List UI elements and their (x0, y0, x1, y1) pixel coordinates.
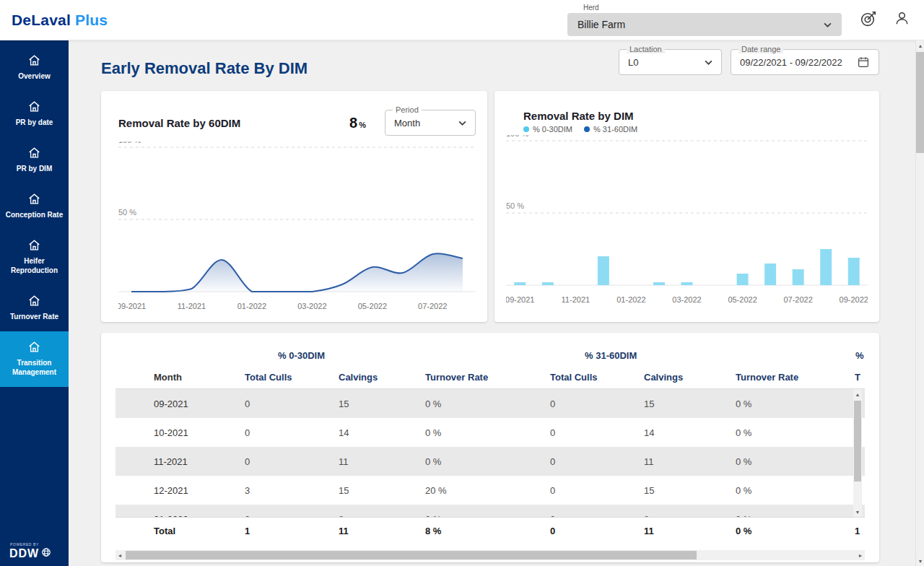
table-cell: 1 (843, 526, 865, 536)
scroll-left-arrow[interactable]: ◄ (116, 550, 124, 560)
column-header: Turnover Rate (414, 372, 539, 383)
page-head: Early Removal Rate By DIM Lactation L0 D… (101, 40, 879, 91)
table-cell: 15 (632, 485, 724, 496)
legend-item--31-60dim: % 31-60DIM (584, 125, 637, 134)
column-header: Turnover Rate (724, 372, 843, 383)
chevron-down-icon (458, 121, 466, 126)
herd-label: Herd (583, 4, 842, 12)
scrollbar-track[interactable] (916, 51, 924, 556)
herd-value: Billie Farm (578, 19, 818, 30)
svg-text:07-2022: 07-2022 (418, 302, 447, 310)
table-cell: 0 (539, 399, 632, 409)
period-value: Month (394, 118, 453, 129)
svg-text:11-2021: 11-2021 (178, 302, 206, 310)
lactation-select[interactable]: Lactation L0 (619, 49, 722, 75)
table-cell: 0 (233, 399, 327, 409)
removal-rate-table: % 0-30DIM% 31-60DIM%MonthTotal CullsCalv… (116, 344, 865, 544)
line-chart-title: Removal Rate by 60DIM (118, 117, 349, 129)
table-cell: 0 % (414, 514, 539, 518)
sidebar: OverviewPR by datePR by DIMConception Ra… (0, 40, 69, 566)
legend-dot-icon (584, 126, 590, 132)
period-select[interactable]: Period Month (385, 110, 476, 136)
powered-by-label: POWERED BY (0, 542, 69, 547)
logo-secondary: Plus (75, 12, 108, 28)
logo-primary: DeLaval (12, 12, 71, 28)
table-row: 11-20210110 %0110 % (116, 447, 865, 476)
scroll-down-arrow[interactable]: ▼ (916, 556, 924, 566)
sidebar-item-label: PR by date (16, 118, 53, 127)
home-icon (27, 192, 41, 206)
calendar-icon (857, 56, 870, 69)
svg-text:01-2022: 01-2022 (237, 302, 266, 310)
svg-text:03-2022: 03-2022 (672, 295, 701, 304)
column-header: T (843, 372, 865, 383)
sidebar-item-overview[interactable]: Overview (0, 45, 69, 91)
svg-text:09-2022: 09-2022 (840, 295, 868, 304)
sidebar-item-conception-rate[interactable]: Conception Rate (0, 183, 69, 230)
table-cell: 0 (233, 514, 327, 518)
table-cell: 14 (327, 427, 414, 438)
lactation-value: L0 (628, 57, 699, 68)
lactation-label: Lactation (627, 45, 665, 53)
date-range-label: Date range (738, 45, 783, 53)
table-cell: 0 % (724, 456, 843, 467)
table-cell: 15 (327, 399, 414, 409)
column-header: Month (116, 372, 233, 383)
table-cell: 8 % (414, 526, 539, 536)
table-horizontal-scrollbar[interactable]: ◄ ► (116, 550, 865, 560)
scrollbar-thumb[interactable] (126, 551, 697, 560)
table-cell: 0 (233, 456, 327, 467)
bar-chart-card: Removal Rate by DIM % 0-30DIM% 31-60DIM … (494, 91, 879, 322)
table-cell: 0 (539, 456, 632, 467)
date-range-value: 09/22/2021 - 09/22/2022 (740, 57, 851, 68)
chevron-down-icon (824, 22, 832, 27)
line-chart-plot: 100 %50 %09-202111-202101-202203-202205-… (118, 142, 476, 325)
scrollbar-track[interactable] (124, 550, 856, 560)
date-range-input[interactable]: Date range 09/22/2021 - 09/22/2022 (731, 49, 879, 75)
app-logo: DeLavalPlus (12, 12, 108, 29)
table-cell: 0 (539, 427, 632, 438)
home-icon (27, 100, 41, 114)
scroll-up-arrow[interactable]: ▲ (916, 40, 924, 51)
scroll-up-arrow[interactable]: ▲ (853, 389, 862, 399)
legend-dot-icon (523, 126, 529, 132)
table-column-header-row: MonthTotal CullsCalvingsTurnover RateTot… (116, 366, 865, 389)
sidebar-item-label: Transition Management (3, 358, 66, 377)
table-row: 01-2022080 %080 % (116, 505, 865, 517)
charts-row: Removal Rate by 60DIM 8% Period Month 10… (101, 91, 879, 322)
page-scrollbar[interactable]: ▲ ▼ (915, 40, 924, 566)
table-cell: 10-2021 (116, 427, 233, 438)
scrollbar-track[interactable] (853, 399, 862, 507)
table-cell: 11 (327, 456, 414, 467)
scroll-down-arrow[interactable]: ▼ (853, 507, 862, 517)
legend-item--0-30dim: % 0-30DIM (523, 125, 572, 134)
sidebar-item-transition-management[interactable]: Transition Management (0, 331, 69, 387)
line-chart-card: Removal Rate by 60DIM 8% Period Month 10… (101, 91, 487, 322)
table-row: 12-202131520 %0150 % (116, 476, 865, 505)
user-icon-button[interactable] (891, 9, 912, 31)
sidebar-item-label: PR by DIM (17, 164, 52, 173)
svg-text:100 %: 100 % (118, 142, 141, 144)
table-cell: 0 % (724, 399, 843, 409)
sidebar-item-label: Overview (18, 71, 50, 81)
table-scroll-area: % 0-30DIM% 31-60DIM%MonthTotal CullsCalv… (116, 344, 865, 544)
sidebar-item-turnover-rate[interactable]: Turnover Rate (0, 285, 69, 331)
top-header: DeLavalPlus Herd Billie Farm (0, 0, 924, 40)
scrollbar-thumb[interactable] (916, 52, 924, 153)
globe-icon (41, 547, 51, 560)
sidebar-item-pr-by-date[interactable]: PR by date (0, 91, 69, 137)
table-cell: 0 % (414, 427, 539, 438)
table-cell: 8 (632, 514, 724, 518)
sidebar-item-pr-by-dim[interactable]: PR by DIM (0, 137, 69, 183)
table-vertical-scrollbar[interactable]: ▲ ▼ (853, 389, 862, 517)
target-icon-button[interactable] (858, 9, 879, 31)
sidebar-item-heifer-reproduction[interactable]: Heifer Reproduction (0, 230, 69, 285)
herd-select[interactable]: Billie Farm (567, 13, 842, 36)
legend-label: % 31-60DIM (593, 125, 637, 134)
scroll-right-arrow[interactable]: ► (856, 550, 865, 560)
scrollbar-thumb[interactable] (854, 401, 861, 482)
table-cell: Total (116, 526, 233, 536)
table-cell: 12-2021 (116, 485, 233, 496)
home-icon (27, 53, 41, 68)
table-cell: 0 % (414, 399, 539, 409)
